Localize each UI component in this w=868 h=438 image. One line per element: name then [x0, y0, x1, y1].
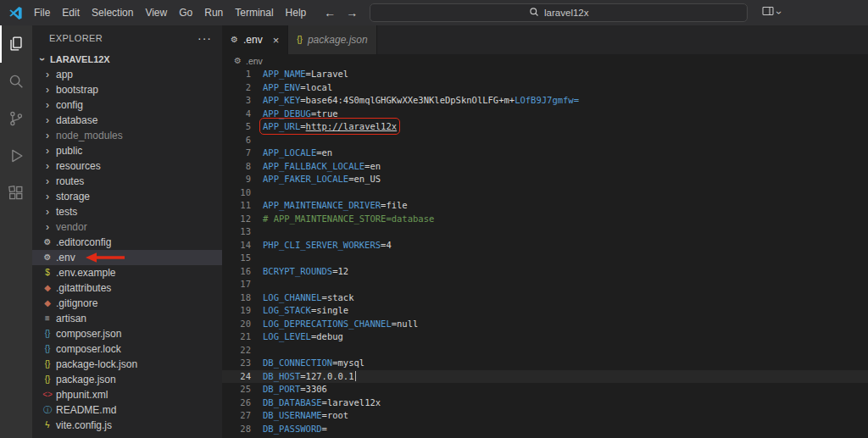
code-line-10[interactable]: 10 [222, 186, 868, 200]
close-icon[interactable]: × [273, 34, 280, 47]
line-number: 3 [222, 94, 251, 108]
env-key: APP_DEBUG [263, 108, 311, 119]
sidebar-file-env-example[interactable]: $.env.example [32, 265, 222, 280]
code-line-22[interactable]: 22 [222, 344, 868, 358]
tab-package-json[interactable]: {}package.json [288, 25, 376, 54]
sidebar-folder-database[interactable]: ›database [32, 113, 222, 128]
sidebar-folder-resources[interactable]: ›resources [32, 158, 222, 174]
code-line-3[interactable]: 3APP_KEY=base64:4S0mqlGHGKwXXe3NKleDpSkn… [222, 94, 868, 108]
sidebar-folder-bootstrap[interactable]: ›bootstrap [32, 82, 222, 97]
code-line-13[interactable]: 13 [222, 225, 868, 239]
code-line-18[interactable]: 18LOG_CHANNEL=stack [222, 291, 868, 305]
code-line-21[interactable]: 21LOG_LEVEL=debug [222, 330, 868, 344]
layout-controls-button[interactable]: › [761, 4, 781, 21]
line-content: APP_MAINTENANCE_DRIVER=file [263, 199, 408, 213]
item-label: phpunit.xml [56, 389, 108, 401]
more-actions-icon[interactable]: ··· [198, 31, 212, 45]
vscode-logo-icon [8, 6, 23, 20]
activity-search-icon[interactable] [0, 63, 32, 100]
code-line-14[interactable]: 14PHP_CLI_SERVER_WORKERS=4 [222, 239, 868, 252]
code-line-25[interactable]: 25DB_PORT=3306 [222, 383, 868, 396]
code-line-16[interactable]: 16BCRYPT_ROUNDS=12 [222, 265, 868, 279]
sidebar-folder-routes[interactable]: ›routes [32, 174, 222, 189]
sidebar-folder-vendor[interactable]: ›vendor [32, 219, 222, 235]
code-line-2[interactable]: 2APP_ENV=local [222, 81, 868, 95]
code-line-27[interactable]: 27DB_USERNAME=root [222, 409, 868, 423]
line-number: 6 [222, 134, 251, 147]
code-line-5[interactable]: 5APP_URL=http://laravel12x [222, 120, 868, 134]
search-text: laravel12x [544, 8, 588, 18]
env-key: DB_CONNECTION [263, 358, 332, 368]
breadcrumb[interactable]: ⚙ .env [222, 54, 868, 67]
sidebar-folder-tests[interactable]: ›tests [32, 204, 222, 219]
code-line-12[interactable]: 12# APP_MAINTENANCE_STORE=database [222, 213, 868, 226]
code-line-1[interactable]: 1APP_NAME=Laravel [222, 68, 868, 81]
activity-explorer-icon[interactable] [0, 25, 32, 63]
sidebar-file-phpunit-xml[interactable]: <>phpunit.xml [32, 387, 222, 402]
code-line-9[interactable]: 9APP_FAKER_LOCALE=en_US [222, 173, 868, 186]
menu-view[interactable]: View [139, 7, 173, 19]
code-line-20[interactable]: 20LOG_DEPRECATIONS_CHANNEL=null [222, 318, 868, 331]
item-label: node_modules [56, 130, 123, 141]
activity-extensions-icon[interactable] [0, 175, 32, 212]
chevron-right-icon: › [41, 191, 54, 202]
menu-help[interactable]: Help [280, 7, 313, 19]
sidebar-file-package-json[interactable]: {}package.json [32, 372, 222, 387]
chevron-right-icon: › [41, 222, 54, 232]
activity-run-debug-icon[interactable] [0, 137, 32, 175]
sidebar-file-composer-json[interactable]: {}composer.json [32, 326, 222, 341]
code-line-26[interactable]: 26DB_DATABASE=laravel12x [222, 396, 868, 410]
code-line-28[interactable]: 28DB_PASSWORD= [222, 423, 868, 436]
menu-edit[interactable]: Edit [56, 7, 86, 19]
code-line-8[interactable]: 8APP_FALLBACK_LOCALE=en [222, 160, 868, 174]
item-label: public [56, 145, 82, 157]
chevron-right-icon: › [41, 100, 54, 110]
sidebar-file-composer-lock[interactable]: {}composer.lock [32, 341, 222, 357]
sidebar-folder-app[interactable]: ›app [32, 67, 222, 82]
env-key: PHP_CLI_SERVER_WORKERS [263, 240, 381, 250]
tab-env[interactable]: ⚙.env× [222, 25, 288, 54]
code-line-15[interactable]: 15 [222, 252, 868, 265]
code-line-17[interactable]: 17 [222, 278, 868, 291]
code-line-6[interactable]: 6 [222, 134, 868, 147]
item-label: database [56, 114, 97, 126]
sidebar-folder-storage[interactable]: ›storage [32, 189, 222, 204]
env-value: mysql [338, 358, 365, 368]
sidebar-folder-public[interactable]: ›public [32, 143, 222, 158]
sidebar-folder-node-modules[interactable]: ›node_modules [32, 128, 222, 143]
project-root-row[interactable]: › LARAVEL12X [32, 51, 222, 67]
menu-selection[interactable]: Selection [86, 7, 139, 19]
menu-file[interactable]: File [28, 7, 56, 19]
code-line-19[interactable]: 19LOG_STACK=single [222, 304, 868, 318]
sidebar-folder-config[interactable]: ›config [32, 97, 222, 113]
sidebar-file-readme-md[interactable]: ⓘREADME.md [32, 402, 222, 418]
code-line-4[interactable]: 4APP_DEBUG=true [222, 108, 868, 121]
menu-terminal[interactable]: Terminal [229, 7, 279, 19]
sidebar-title: EXPLORER [49, 33, 103, 43]
code-line-11[interactable]: 11APP_MAINTENANCE_DRIVER=file [222, 199, 868, 213]
sidebar-file-editorconfig[interactable]: ⚙.editorconfig [32, 235, 222, 250]
command-center-search[interactable]: laravel12x [370, 3, 748, 22]
nav-back-icon[interactable]: ← [319, 6, 341, 19]
line-number: 24 [222, 370, 251, 384]
item-label: app [56, 69, 73, 80]
activity-source-control-icon[interactable] [0, 100, 32, 137]
sidebar-file-env[interactable]: ⚙.env [32, 250, 222, 265]
code-line-7[interactable]: 7APP_LOCALE=en [222, 147, 868, 160]
sidebar-file-package-lock-json[interactable]: {}package-lock.json [32, 357, 222, 372]
nav-forward-icon[interactable]: → [341, 6, 363, 19]
code-line-24[interactable]: 24DB_HOST=127.0.0.1 [222, 370, 868, 384]
sidebar-file-gitattributes[interactable]: ◆.gitattributes [32, 280, 222, 296]
line-number: 13 [222, 225, 251, 239]
code-area[interactable]: 1APP_NAME=Laravel2APP_ENV=local3APP_KEY=… [222, 67, 868, 438]
sidebar-file-gitignore[interactable]: ◆.gitignore [32, 296, 222, 311]
sidebar-file-artisan[interactable]: ≡artisan [32, 311, 222, 326]
item-label: package-lock.json [56, 358, 137, 370]
explorer-sidebar: EXPLORER ··· › LARAVEL12X ›app›bootstrap… [32, 25, 222, 438]
line-number: 19 [222, 304, 251, 318]
sidebar-file-vite-config-js[interactable]: ϟvite.config.js [32, 418, 222, 433]
menu-run[interactable]: Run [198, 7, 229, 19]
env-value: http://laravel12x [306, 121, 397, 131]
menu-go[interactable]: Go [173, 7, 198, 19]
code-line-23[interactable]: 23DB_CONNECTION=mysql [222, 357, 868, 370]
